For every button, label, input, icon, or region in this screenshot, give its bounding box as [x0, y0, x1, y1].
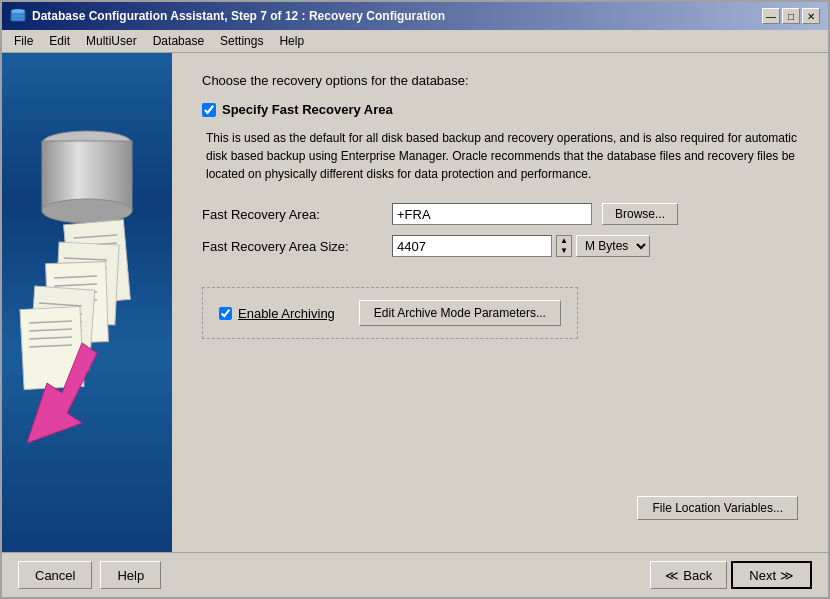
- maximize-button[interactable]: □: [782, 8, 800, 24]
- description-text: This is used as the default for all disk…: [202, 129, 798, 183]
- svg-point-2: [11, 14, 25, 18]
- menu-edit[interactable]: Edit: [41, 32, 78, 50]
- title-bar-left: Database Configuration Assistant, Step 7…: [10, 8, 445, 24]
- fast-recovery-area-size-label: Fast Recovery Area Size:: [202, 239, 382, 254]
- enable-archiving-label[interactable]: Enable Archiving: [238, 306, 335, 321]
- illustration: [12, 103, 162, 503]
- file-location-variables-button[interactable]: File Location Variables...: [637, 496, 798, 520]
- spinner-down-button[interactable]: ▼: [557, 246, 571, 256]
- fast-recovery-area-label: Fast Recovery Area:: [202, 207, 382, 222]
- size-input-group: ▲ ▼ M Bytes G Bytes: [392, 235, 650, 257]
- menu-bar: File Edit MultiUser Database Settings He…: [2, 30, 828, 53]
- content-area: Choose the recovery options for the data…: [2, 53, 828, 552]
- minimize-button[interactable]: —: [762, 8, 780, 24]
- unit-select[interactable]: M Bytes G Bytes: [576, 235, 650, 257]
- enable-archiving-checkbox[interactable]: [219, 307, 232, 320]
- title-bar: Database Configuration Assistant, Step 7…: [2, 2, 828, 30]
- main-window: Database Configuration Assistant, Step 7…: [0, 0, 830, 599]
- back-button[interactable]: ≪ Back: [650, 561, 727, 589]
- archiving-section: Enable Archiving Edit Archive Mode Param…: [202, 287, 578, 339]
- menu-file[interactable]: File: [6, 32, 41, 50]
- fast-recovery-area-size-input[interactable]: [392, 235, 552, 257]
- menu-help[interactable]: Help: [271, 32, 312, 50]
- enable-archiving-row: Enable Archiving: [219, 306, 335, 321]
- fast-recovery-area-input[interactable]: [392, 203, 592, 225]
- browse-button[interactable]: Browse...: [602, 203, 678, 225]
- fast-recovery-area-row: Fast Recovery Area: Browse...: [202, 203, 798, 225]
- menu-database[interactable]: Database: [145, 32, 212, 50]
- specify-fast-recovery-checkbox[interactable]: [202, 103, 216, 117]
- svg-point-1: [11, 9, 25, 13]
- app-icon: [10, 8, 26, 24]
- next-chevron-icon: ≫: [780, 568, 794, 583]
- window-controls: — □ ✕: [762, 8, 820, 24]
- spinner-up-button[interactable]: ▲: [557, 236, 571, 246]
- form-section: Fast Recovery Area: Browse... Fast Recov…: [202, 203, 798, 257]
- footer-left: Cancel Help: [18, 561, 161, 589]
- window-title: Database Configuration Assistant, Step 7…: [32, 9, 445, 23]
- left-panel: [2, 53, 172, 552]
- edit-archive-mode-button[interactable]: Edit Archive Mode Parameters...: [359, 300, 561, 326]
- spinner-buttons: ▲ ▼: [556, 235, 572, 257]
- specify-fast-recovery-row: Specify Fast Recovery Area: [202, 102, 798, 117]
- help-button[interactable]: Help: [100, 561, 161, 589]
- cancel-button[interactable]: Cancel: [18, 561, 92, 589]
- prompt-text: Choose the recovery options for the data…: [202, 73, 798, 88]
- file-location-row: File Location Variables...: [202, 496, 798, 520]
- fast-recovery-area-size-row: Fast Recovery Area Size: ▲ ▼ M Bytes G B…: [202, 235, 798, 257]
- footer-right: ≪ Back Next ≫: [650, 561, 812, 589]
- menu-multiuser[interactable]: MultiUser: [78, 32, 145, 50]
- right-panel: Choose the recovery options for the data…: [172, 53, 828, 552]
- close-button[interactable]: ✕: [802, 8, 820, 24]
- back-chevron-icon: ≪: [665, 568, 679, 583]
- menu-settings[interactable]: Settings: [212, 32, 271, 50]
- footer: Cancel Help ≪ Back Next ≫: [2, 552, 828, 597]
- back-label: Back: [683, 568, 712, 583]
- next-button[interactable]: Next ≫: [731, 561, 812, 589]
- bottom-section: File Location Variables...: [202, 496, 798, 532]
- svg-point-5: [42, 199, 132, 223]
- specify-fast-recovery-label[interactable]: Specify Fast Recovery Area: [222, 102, 393, 117]
- next-label: Next: [749, 568, 776, 583]
